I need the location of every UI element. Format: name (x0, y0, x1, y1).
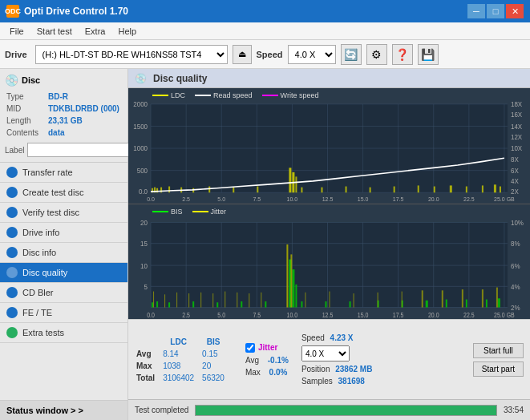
svg-text:10X: 10X (511, 144, 523, 152)
jitter-max-row: Max 0.0% (245, 368, 289, 377)
svg-text:6X: 6X (511, 167, 519, 175)
menu-start-test[interactable]: Start test (30, 25, 79, 38)
nav-icon-cd-bler (6, 287, 18, 298)
svg-text:10.0: 10.0 (287, 311, 298, 319)
max-bis-value: 20 (202, 361, 231, 371)
disc-length-value: 23,31 GB (48, 115, 121, 126)
maximize-button[interactable]: □ (487, 4, 504, 18)
svg-rect-124 (482, 289, 483, 307)
speed-position-section: Speed 4.23 X 4.0 X Position 23862 MB Sam… (295, 333, 373, 386)
save-button[interactable]: 💾 (418, 44, 439, 65)
svg-rect-105 (164, 294, 165, 307)
menu-extra[interactable]: Extra (79, 25, 112, 38)
svg-rect-29 (295, 176, 297, 192)
sidebar-item-drive-info[interactable]: Drive info (0, 223, 127, 243)
svg-rect-25 (233, 188, 234, 193)
svg-rect-121 (422, 290, 423, 307)
menu-file[interactable]: File (3, 25, 30, 38)
disc-mid-value: TDKBLDRBD (000) (48, 103, 121, 114)
disc-label-input[interactable] (27, 143, 134, 157)
jitter-max-value: 0.0% (269, 368, 288, 377)
menu-help[interactable]: Help (111, 25, 143, 38)
svg-text:500: 500 (137, 167, 148, 175)
speed-row: Speed 4.23 X (301, 333, 373, 342)
svg-text:8%: 8% (511, 239, 520, 248)
svg-rect-93 (295, 284, 297, 307)
nav-icon-fe-te (6, 307, 18, 318)
close-button[interactable]: ✕ (506, 4, 524, 18)
progress-bar-fill (196, 406, 496, 415)
max-ldc-value: 1038 (163, 361, 200, 371)
status-window-button[interactable]: Status window > > (0, 400, 127, 420)
disc-panel-title: Disc (22, 75, 40, 85)
refresh-button[interactable]: 🔄 (341, 44, 362, 65)
svg-text:4X: 4X (511, 177, 519, 185)
svg-text:8X: 8X (511, 155, 519, 163)
svg-rect-92 (292, 269, 294, 307)
legend-read-speed-label: Read speed (213, 91, 253, 99)
nav-icon-disc-quality (6, 267, 18, 278)
eject-button[interactable]: ⏏ (233, 45, 252, 64)
sidebar-item-verify-test-disc[interactable]: Verify test disc (0, 203, 127, 223)
title-bar: ODC Opti Drive Control 1.70 ─ □ ✕ (0, 0, 530, 22)
legend-bis-color (152, 211, 168, 212)
svg-rect-33 (370, 188, 371, 193)
sidebar-item-create-test-disc[interactable]: Create test disc (0, 183, 127, 203)
sidebar-item-disc-info[interactable]: Disc info (0, 243, 127, 263)
main-layout: 💿 Disc Type BD-R MID TDKBLDRBD (000) Len… (0, 69, 530, 420)
drive-select[interactable]: (H:) HL-DT-ST BD-RE WH16NS58 TST4 (35, 45, 228, 64)
svg-text:12X: 12X (511, 133, 523, 141)
jitter-avg-value: -0.1% (268, 356, 289, 365)
help-icon-button[interactable]: ❓ (392, 44, 413, 65)
svg-rect-104 (153, 291, 154, 307)
sidebar-item-fe-te[interactable]: FE / TE (0, 303, 127, 323)
start-full-button[interactable]: Start full (473, 343, 524, 358)
speed-select[interactable]: 4.0 X (288, 45, 336, 64)
svg-rect-123 (462, 289, 463, 307)
progress-bar-container (195, 405, 497, 416)
svg-text:20.0: 20.0 (428, 196, 439, 203)
svg-rect-103 (498, 298, 500, 307)
start-part-button[interactable]: Start part (473, 361, 524, 377)
svg-rect-84 (152, 302, 153, 307)
jitter-section: Jitter Avg -0.1% Max 0.0% (239, 343, 289, 377)
disc-quality-header: 💿 Disc quality (128, 69, 530, 88)
nav-icon-disc-info (6, 247, 18, 258)
position-row: Position 23862 MB (301, 365, 373, 374)
legend-bis: BIS (152, 208, 183, 216)
svg-text:7.5: 7.5 (253, 196, 261, 203)
svg-text:18X: 18X (511, 100, 523, 108)
action-buttons: Start full Start part (473, 343, 524, 377)
jitter-checkbox[interactable] (245, 343, 255, 353)
minimize-button[interactable]: ─ (467, 4, 485, 18)
svg-rect-89 (241, 301, 242, 307)
settings-button[interactable]: ⚙ (366, 44, 387, 65)
samples-label: Samples (301, 377, 333, 386)
svg-text:5.0: 5.0 (217, 311, 225, 319)
svg-rect-94 (301, 301, 302, 307)
svg-rect-100 (446, 299, 447, 307)
svg-text:0.0: 0.0 (147, 196, 155, 203)
sidebar-item-extra-tests[interactable]: Extra tests (0, 323, 127, 343)
total-label: Total (136, 373, 161, 383)
speed-result-select[interactable]: 4.0 X (301, 345, 350, 361)
top-chart: LDC Read speed Write speed (128, 88, 530, 204)
disc-table: Type BD-R MID TDKBLDRBD (000) Length 23,… (5, 90, 123, 139)
legend-bis-label: BIS (171, 208, 183, 216)
sidebar: 💿 Disc Type BD-R MID TDKBLDRBD (000) Len… (0, 69, 128, 420)
bottom-chart-svg: 20 15 10 5 10% 8% 6% 4% 2% 0.0 2.5 (128, 204, 530, 320)
nav-icon-extra-tests (6, 327, 18, 338)
svg-rect-39 (482, 185, 483, 192)
sidebar-item-cd-bler[interactable]: CD Bler (0, 283, 127, 303)
sidebar-item-transfer-rate[interactable]: Transfer rate (0, 163, 127, 183)
svg-rect-35 (418, 185, 419, 192)
status-window-label: Status window > > (6, 406, 83, 415)
svg-rect-106 (176, 292, 177, 307)
charts-container: LDC Read speed Write speed (128, 88, 530, 319)
stats-ldc-header: LDC (163, 337, 200, 347)
svg-rect-116 (305, 292, 305, 307)
nav-label-fe-te: FE / TE (22, 308, 52, 317)
sidebar-item-disc-quality[interactable]: Disc quality (0, 263, 127, 283)
svg-rect-102 (486, 299, 488, 307)
speed-label: Speed (257, 50, 283, 59)
